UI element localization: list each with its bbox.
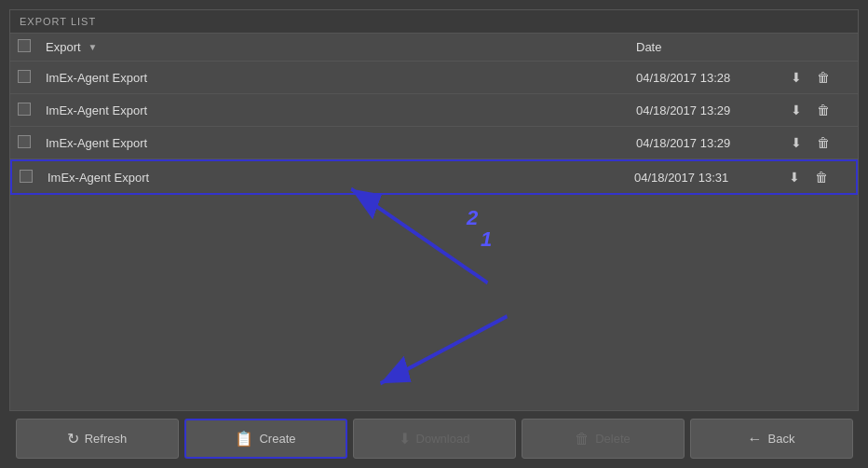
table-body: ImEx-Agent Export 04/18/2017 13:28 ⬇ 🗑 I… [10, 62, 858, 410]
svg-line-2 [351, 189, 487, 283]
header-date-label: Date [636, 40, 661, 54]
header-date-col: Date [636, 40, 785, 54]
panel-title: EXPORT LIST [10, 10, 858, 34]
row-check-col [18, 135, 46, 151]
row-checkbox[interactable] [18, 135, 31, 148]
row-check-col [18, 70, 46, 86]
row-date: 04/18/2017 13:31 [634, 171, 783, 185]
delete-btn[interactable]: 🗑 [809, 168, 834, 186]
create-button[interactable]: 📋 Create [184, 419, 347, 459]
delete-button[interactable]: 🗑 Delete [522, 419, 685, 459]
back-button[interactable]: ← Back [690, 419, 853, 459]
table-row[interactable]: ImEx-Agent Export 04/18/2017 13:29 ⬇ 🗑 [10, 127, 858, 159]
row-actions: ⬇ 🗑 [785, 101, 850, 119]
download-button[interactable]: ⬇ Download [353, 419, 516, 459]
row-actions: ⬇ 🗑 [783, 168, 848, 186]
back-label: Back [768, 432, 795, 446]
header-export-label: Export [46, 40, 81, 54]
svg-line-3 [380, 316, 507, 383]
main-container: EXPORT LIST Export ▼ Date ImEx-Agent Exp [0, 0, 868, 468]
delete-label: Delete [595, 432, 631, 446]
annotation-label-2: 2 [467, 206, 478, 230]
row-check-col [20, 170, 47, 186]
table-row[interactable]: ImEx-Agent Export 04/18/2017 13:29 ⬇ 🗑 [10, 94, 858, 127]
row-checkbox[interactable] [20, 170, 33, 183]
table-row[interactable]: ImEx-Agent Export 04/18/2017 13:28 ⬇ 🗑 [10, 62, 858, 94]
row-export-name: ImEx-Agent Export [46, 136, 636, 150]
refresh-label: Refresh [85, 432, 128, 446]
download-btn[interactable]: ⬇ [785, 101, 807, 119]
refresh-button[interactable]: ↻ Refresh [16, 419, 179, 459]
create-label: Create [259, 432, 295, 446]
row-export-name: ImEx-Agent Export [46, 71, 636, 85]
download-label: Download [416, 432, 470, 446]
row-export-name: ImEx-Agent Export [46, 103, 636, 117]
delete-btn[interactable]: 🗑 [811, 101, 835, 119]
delete-icon: 🗑 [575, 431, 590, 447]
download-icon: ⬇ [399, 430, 411, 447]
table-header: Export ▼ Date [10, 34, 858, 62]
download-btn[interactable]: ⬇ [785, 68, 807, 87]
sort-icon: ▼ [88, 42, 98, 52]
row-actions: ⬇ 🗑 [785, 133, 850, 152]
download-btn[interactable]: ⬇ [783, 168, 806, 186]
download-btn[interactable]: ⬇ [785, 133, 807, 152]
row-checkbox[interactable] [18, 70, 31, 83]
delete-btn[interactable]: 🗑 [811, 68, 835, 87]
header-checkbox-col [18, 39, 46, 55]
header-checkbox[interactable] [18, 39, 31, 52]
annotation-label-1: 1 [481, 227, 492, 252]
row-actions: ⬇ 🗑 [785, 68, 850, 87]
create-icon: 📋 [235, 430, 253, 447]
row-date: 04/18/2017 13:28 [636, 71, 785, 85]
delete-btn[interactable]: 🗑 [811, 133, 835, 152]
refresh-icon: ↻ [67, 430, 79, 447]
row-check-col [18, 103, 46, 118]
table-row-selected[interactable]: ImEx-Agent Export 04/18/2017 13:31 ⬇ 🗑 [10, 159, 858, 195]
row-checkbox[interactable] [18, 103, 31, 116]
row-date: 04/18/2017 13:29 [636, 103, 785, 117]
export-list-panel: EXPORT LIST Export ▼ Date ImEx-Agent Exp [9, 9, 859, 411]
row-date: 04/18/2017 13:29 [636, 136, 785, 150]
row-export-name: ImEx-Agent Export [47, 171, 634, 185]
bottom-bar: ↻ Refresh 📋 Create ⬇ Download 🗑 Delete ←… [9, 419, 859, 459]
back-icon: ← [748, 431, 763, 447]
header-export-col: Export ▼ [46, 40, 636, 54]
